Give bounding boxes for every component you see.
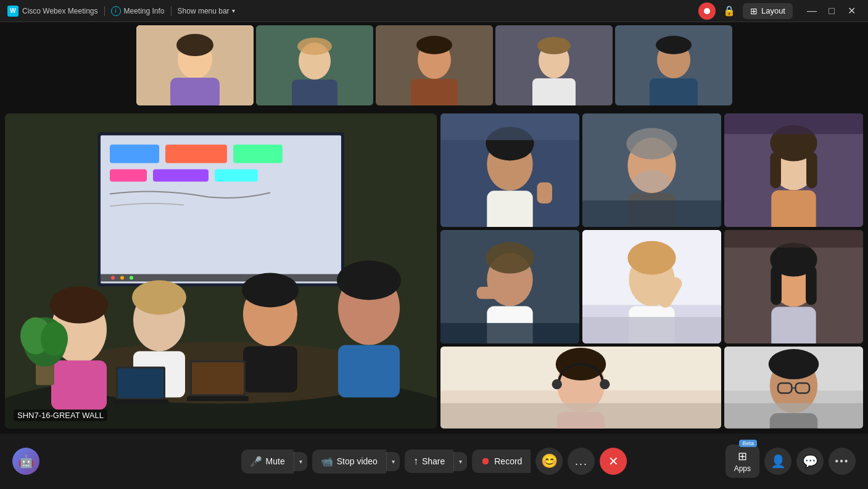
svg-point-109 (552, 379, 562, 389)
svg-rect-26 (165, 145, 227, 163)
svg-rect-100 (771, 266, 782, 305)
grid-cell-4[interactable] (440, 230, 579, 343)
svg-point-34 (130, 276, 133, 280)
svg-rect-71 (582, 200, 721, 227)
layout-button[interactable]: ⊞ Layout (743, 3, 793, 19)
mute-button[interactable]: 🎤 Mute (241, 450, 294, 474)
thumbnail-3[interactable] (376, 25, 493, 105)
more-options-button[interactable]: ... (568, 448, 595, 475)
svg-rect-11 (411, 79, 458, 105)
grid-cell-1[interactable] (440, 113, 579, 227)
svg-rect-50 (113, 400, 168, 405)
svg-rect-19 (650, 78, 698, 105)
share-icon: ↑ (413, 456, 418, 467)
svg-rect-85 (477, 287, 507, 299)
divider-2 (171, 6, 172, 16)
svg-rect-37 (51, 361, 107, 410)
close-button[interactable]: ✕ (842, 2, 861, 20)
svg-point-57 (41, 322, 68, 356)
svg-rect-30 (215, 170, 258, 182)
chevron-down-icon: ▾ (232, 7, 235, 14)
record-button[interactable]: ⏺ Record (472, 450, 531, 473)
layout-grid-icon: ⊞ (750, 6, 758, 16)
grid-cell-7[interactable] (440, 347, 721, 429)
thumbnail-2[interactable] (256, 25, 373, 105)
grid-cell-5[interactable] (582, 230, 721, 343)
main-video-panel[interactable]: SHN7-16-GREAT WALL (5, 113, 437, 429)
stop-video-button[interactable]: 📹 Stop video (312, 450, 386, 474)
right-grid (440, 113, 863, 429)
svg-point-32 (111, 276, 115, 280)
svg-point-47 (337, 261, 401, 300)
grid-cell-8[interactable] (724, 347, 863, 429)
share-button-group: ↑ Share ▾ (405, 450, 467, 473)
participants-button[interactable]: 👤 (764, 448, 792, 475)
svg-point-16 (537, 37, 571, 54)
titlebar: W Cisco Webex Meetings i Meeting Info Sh… (0, 0, 868, 22)
share-button[interactable]: ↑ Share (405, 450, 453, 473)
app-logo: W Cisco Webex Meetings (7, 6, 98, 17)
thumbnail-4[interactable] (495, 25, 613, 105)
svg-rect-3 (170, 78, 220, 105)
svg-point-44 (242, 273, 299, 308)
end-call-button[interactable]: ✕ (600, 448, 627, 475)
layout-label: Layout (761, 6, 785, 15)
share-label: Share (422, 456, 445, 466)
lock-icon-btn[interactable]: 🔒 (721, 2, 738, 20)
svg-rect-78 (806, 152, 817, 189)
stop-video-button-group: 📹 Stop video ▾ (312, 450, 400, 474)
mute-label: Mute (266, 456, 285, 466)
titlebar-right: 🔒 ⊞ Layout — □ ✕ (698, 2, 861, 20)
svg-point-38 (50, 287, 108, 324)
record-button-group: ⏺ Record (472, 450, 531, 473)
meeting-info-icon: i (111, 6, 121, 16)
svg-rect-63 (537, 183, 552, 203)
toolbar: 🤖 🎤 Mute ▾ 📹 Stop video ▾ ↑ Share ▾ (0, 434, 868, 489)
show-menu-button[interactable]: Show menu bar ▾ (178, 7, 235, 15)
svg-rect-28 (110, 170, 147, 182)
mute-dropdown[interactable]: ▾ (294, 452, 307, 471)
video-dropdown[interactable]: ▾ (386, 452, 400, 471)
record-icon: ⏺ (481, 456, 490, 467)
share-dropdown[interactable]: ▾ (453, 452, 467, 471)
recording-indicator (698, 2, 716, 20)
svg-point-33 (120, 276, 124, 280)
meeting-info-label: Meeting Info (124, 7, 165, 15)
minimize-button[interactable]: — (803, 2, 821, 20)
svg-point-110 (600, 379, 610, 389)
svg-point-12 (416, 36, 452, 54)
svg-rect-29 (153, 170, 209, 182)
svg-rect-7 (292, 80, 337, 105)
thumbnail-1[interactable] (136, 25, 254, 105)
svg-rect-49 (118, 369, 163, 398)
svg-rect-31 (101, 274, 341, 282)
window-controls: — □ ✕ (803, 2, 861, 20)
ai-assistant-button[interactable]: 🤖 (12, 448, 39, 475)
apps-button[interactable]: Beta ⊞ Apps (725, 445, 759, 478)
grid-cell-2[interactable] (582, 113, 721, 227)
meeting-info-button[interactable]: i Meeting Info (111, 6, 165, 16)
svg-point-70 (634, 170, 670, 192)
svg-rect-102 (724, 230, 863, 248)
svg-rect-64 (440, 113, 579, 140)
maximize-button[interactable]: □ (822, 2, 841, 20)
svg-point-84 (486, 242, 534, 274)
grid-cell-6[interactable] (724, 230, 863, 343)
thumbnail-5[interactable] (615, 25, 732, 105)
svg-rect-25 (110, 145, 159, 163)
svg-rect-52 (192, 363, 244, 395)
grid-cell-3[interactable] (724, 113, 863, 227)
reactions-button[interactable]: 😊 (535, 448, 563, 475)
svg-rect-79 (724, 113, 863, 134)
stop-video-label: Stop video (337, 456, 378, 466)
svg-rect-15 (532, 78, 576, 105)
toolbar-right: Beta ⊞ Apps 👤 💬 ••• (725, 445, 856, 478)
svg-rect-94 (582, 317, 721, 343)
chat-button[interactable]: 💬 (796, 448, 824, 475)
video-icon: 📹 (321, 456, 333, 467)
svg-rect-101 (806, 266, 817, 305)
svg-rect-86 (440, 323, 579, 343)
svg-rect-98 (771, 307, 816, 344)
toolbar-more-button[interactable]: ••• (829, 448, 856, 475)
svg-rect-121 (724, 403, 863, 429)
